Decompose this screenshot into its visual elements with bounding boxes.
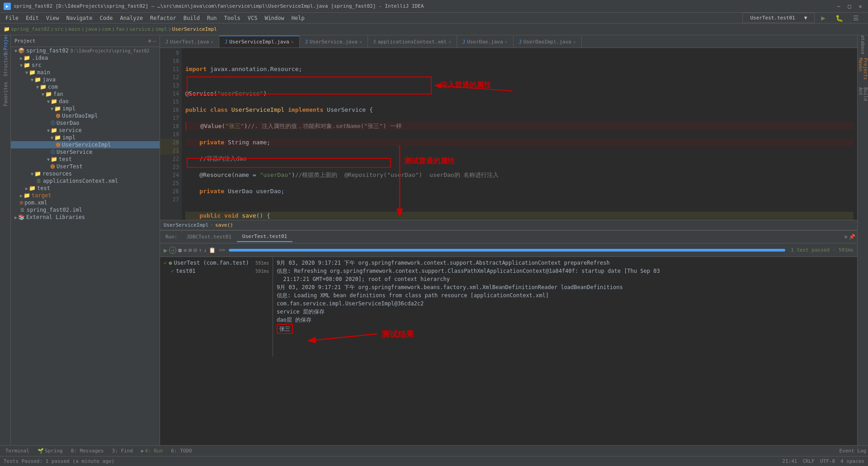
tree-item-com[interactable]: ▼ 📁 com — [11, 83, 160, 90]
tree-item-dao[interactable]: ▼ 📁 dao — [11, 98, 160, 105]
tab-appcontext[interactable]: X applicationsContext.xml ✕ — [368, 36, 457, 48]
tab-close-icon[interactable]: ✕ — [211, 39, 213, 44]
sidebar-collapse-icon[interactable]: — — [153, 38, 156, 44]
tree-item-fan[interactable]: ▼ 📁 fan — [11, 90, 160, 98]
run-tree-usertest[interactable]: ✓ ● UserTest (com.fan.test) 591ms — [162, 259, 271, 267]
run-time: 591ms — [255, 269, 269, 274]
expand-btn[interactable]: ⊞ — [189, 247, 192, 253]
menu-build[interactable]: Build — [180, 14, 203, 22]
bc-project[interactable]: spring_fast02 — [11, 26, 50, 32]
menu-refactor[interactable]: Refactor — [146, 14, 180, 22]
tree-item-main[interactable]: ▼ 📁 main — [11, 69, 160, 76]
export-btn[interactable]: 📋 — [209, 247, 216, 253]
tree-item-test-root[interactable]: ▶ 📁 test — [11, 185, 160, 192]
stop-btn[interactable]: ■ — [178, 247, 181, 253]
find-btn[interactable]: 3: Find — [108, 447, 137, 455]
menu-analyze[interactable]: Analyze — [116, 14, 146, 22]
terminal-btn[interactable]: Terminal — [2, 447, 33, 455]
menu-tools[interactable]: Tools — [221, 14, 244, 22]
menu-file[interactable]: File — [2, 14, 22, 22]
menu-navigate[interactable]: Navigate — [63, 14, 96, 22]
sidebar-settings-icon[interactable]: ⚙ — [148, 38, 151, 44]
rerun-btn[interactable]: ↺ — [169, 247, 176, 254]
run-time: 591ms — [255, 261, 269, 266]
messages-btn[interactable]: 0: Messages — [67, 447, 108, 455]
tree-item-service[interactable]: ▼ 📁 service — [11, 127, 160, 134]
bc-impl[interactable]: impl — [155, 26, 167, 32]
run-play-btn[interactable]: ▶ — [164, 247, 167, 254]
down-btn[interactable]: ↓ — [204, 247, 207, 253]
tab-usertest[interactable]: J UserTest.java ✕ — [160, 36, 219, 48]
run-pin-icon[interactable]: 📌 — [849, 234, 855, 240]
menu-vcs[interactable]: VCS — [244, 14, 261, 22]
tree-item-appcontext[interactable]: 🗎 applicationsContext.xml — [11, 177, 160, 185]
tree-item-target[interactable]: ▶ 📁 target — [11, 192, 160, 199]
bc-fan[interactable]: fan — [116, 26, 125, 32]
art-build-icon[interactable]: Ant Build — [859, 90, 868, 99]
tree-item-ext-libs[interactable]: ▶ 📚 External Libraries — [11, 214, 160, 221]
menu-code[interactable]: Code — [96, 14, 117, 22]
run-button[interactable]: ▶ — [817, 13, 829, 23]
tree-item-spring-fast02[interactable]: ▼ 📦 spring_fast02 D:\IdeaProjects\spring… — [11, 47, 160, 54]
tab-userdaoimpl[interactable]: J UserDaoImpl.java ✕ — [514, 36, 582, 48]
coverage-button[interactable]: ☰ — [849, 14, 863, 23]
tab-close-icon[interactable]: ✕ — [505, 39, 508, 44]
maximize-button[interactable]: □ — [845, 2, 854, 10]
minimize-button[interactable]: — — [835, 2, 843, 10]
tree-item-userservice[interactable]: Ⓘ UserService — [11, 148, 160, 156]
todo-btn[interactable]: 6: TODO — [167, 447, 195, 455]
close-button[interactable]: ✕ — [856, 2, 864, 10]
tab-userdao[interactable]: J UserDao.java ✕ — [457, 36, 514, 48]
tree-item-service-impl[interactable]: ▼ 📁 impl — [11, 134, 160, 141]
tab-userservice[interactable]: J UserService.java ✕ — [300, 36, 368, 48]
tree-item-usertest[interactable]: 🅒 UserTest — [11, 163, 160, 170]
tab-usertest-run[interactable]: UserTest.test01 — [237, 232, 292, 242]
code-editor[interactable]: import javax.annotation.Resource; @Servi… — [182, 48, 857, 220]
up-btn[interactable]: ↑ — [198, 247, 202, 253]
collapse-btn[interactable]: ⊟ — [193, 247, 197, 253]
run-config-selector[interactable]: UserTest.test01 ▼ — [742, 13, 815, 23]
event-log-btn[interactable]: Event Log — [839, 448, 866, 454]
maven-icon-r[interactable]: Maven Projects — [859, 64, 868, 73]
bc-src[interactable]: src — [55, 26, 64, 32]
tree-item-userserviceimpl[interactable]: 🅒 UserServiceImpl — [11, 141, 160, 148]
run-btn-bottom[interactable]: ▶ 4: Run — [137, 447, 166, 455]
structure-icon[interactable]: Structure — [1, 60, 10, 69]
tree-item-userdaoimpl[interactable]: 🅒 UserDaoImpl — [11, 112, 160, 119]
menu-window[interactable]: Window — [261, 14, 288, 22]
run-tree-test01[interactable]: ✓ test01 591ms — [162, 267, 271, 275]
tree-item-resources[interactable]: ▼ 📁 resources — [11, 170, 160, 177]
tree-item-java[interactable]: ▼ 📁 java — [11, 76, 160, 83]
menu-view[interactable]: View — [42, 14, 63, 22]
menu-help[interactable]: Help — [288, 14, 308, 22]
tree-item-dao-impl[interactable]: ▼ 📁 impl — [11, 105, 160, 112]
favorites-icon[interactable]: Favorites — [1, 90, 10, 99]
bc-java[interactable]: java — [85, 26, 97, 32]
menu-run[interactable]: Run — [203, 14, 221, 22]
ext-libs-icon: 📚 — [18, 214, 25, 220]
filter-btn[interactable]: ≡ — [184, 247, 187, 253]
database-icon[interactable]: Database — [859, 39, 868, 48]
project-icon[interactable]: 1:Project — [1, 39, 10, 48]
menu-edit[interactable]: Edit — [22, 14, 42, 22]
more-btn[interactable]: >> — [219, 247, 225, 253]
tab-close-icon[interactable]: ✕ — [291, 39, 294, 44]
tree-item-iml[interactable]: 🗎 spring_fast02.iml — [11, 206, 160, 214]
tree-item-userdao[interactable]: Ⓘ UserDao — [11, 119, 160, 127]
tab-close-icon[interactable]: ✕ — [573, 39, 576, 44]
tab-userserviceimpl[interactable]: J UserServiceImpl.java ✕ — [219, 36, 300, 48]
run-settings-icon[interactable]: ⚙ — [844, 234, 847, 240]
tab-jdbctest[interactable]: JDBCTest.test01 — [181, 232, 237, 242]
tree-item-pom[interactable]: m pom.xml — [11, 199, 160, 206]
tab-close-icon[interactable]: ✕ — [448, 39, 451, 44]
spring-btn[interactable]: 🌱 Spring — [34, 447, 66, 455]
bc-main[interactable]: main — [68, 26, 80, 32]
debug-button[interactable]: 🐛 — [832, 14, 847, 23]
bc-class[interactable]: UserServiceImpl — [172, 26, 217, 32]
bc-service[interactable]: service — [129, 26, 150, 32]
tree-item-test[interactable]: ▼ 📁 test — [11, 156, 160, 163]
bc-com[interactable]: com — [102, 26, 111, 32]
tab-close-icon[interactable]: ✕ — [359, 39, 362, 44]
tree-item-src[interactable]: ▼ 📁 src — [11, 62, 160, 69]
tree-item-idea[interactable]: ▶ 📁 .idea — [11, 54, 160, 62]
